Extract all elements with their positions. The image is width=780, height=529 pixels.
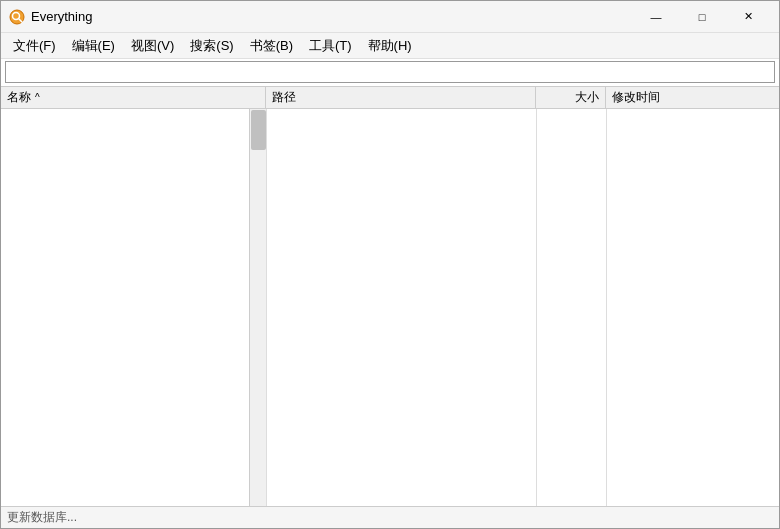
app-icon: [9, 9, 25, 25]
results-area: 名称 ^ 路径 大小 修改时间: [1, 87, 779, 506]
content-list: [1, 109, 779, 506]
maximize-button[interactable]: □: [679, 1, 725, 33]
sort-arrow-name: ^: [35, 92, 40, 103]
column-path-label: 路径: [272, 89, 296, 106]
column-name-label: 名称: [7, 89, 31, 106]
window-title: Everything: [31, 9, 633, 24]
column-header-name[interactable]: 名称 ^: [1, 87, 266, 108]
status-bar: 更新数据库...: [1, 506, 779, 528]
column-header-path[interactable]: 路径: [266, 87, 536, 108]
search-bar: [1, 59, 779, 87]
column-header-size[interactable]: 大小: [536, 87, 606, 108]
scrollbar-thumb[interactable]: [251, 110, 266, 150]
list-pane-name: [1, 109, 267, 506]
close-button[interactable]: ✕: [725, 1, 771, 33]
menu-file[interactable]: 文件(F): [5, 35, 64, 57]
title-bar: Everything — □ ✕: [1, 1, 779, 33]
menu-help[interactable]: 帮助(H): [360, 35, 420, 57]
menu-bookmarks[interactable]: 书签(B): [242, 35, 301, 57]
menu-tools[interactable]: 工具(T): [301, 35, 360, 57]
menu-view[interactable]: 视图(V): [123, 35, 182, 57]
scrollbar-track[interactable]: [249, 109, 266, 506]
column-headers: 名称 ^ 路径 大小 修改时间: [1, 87, 779, 109]
column-header-modified[interactable]: 修改时间: [606, 87, 779, 108]
status-text: 更新数据库...: [7, 509, 77, 526]
search-input[interactable]: [5, 61, 775, 83]
menu-search[interactable]: 搜索(S): [182, 35, 241, 57]
column-modified-label: 修改时间: [612, 89, 660, 106]
list-pane-modified: [607, 109, 779, 506]
window-controls: — □ ✕: [633, 1, 771, 33]
main-window: Everything — □ ✕ 文件(F) 编辑(E) 视图(V) 搜索(S)…: [0, 0, 780, 529]
list-pane-path: [267, 109, 537, 506]
list-pane-size: [537, 109, 607, 506]
menu-edit[interactable]: 编辑(E): [64, 35, 123, 57]
column-size-label: 大小: [575, 89, 599, 106]
minimize-button[interactable]: —: [633, 1, 679, 33]
menu-bar: 文件(F) 编辑(E) 视图(V) 搜索(S) 书签(B) 工具(T) 帮助(H…: [1, 33, 779, 59]
